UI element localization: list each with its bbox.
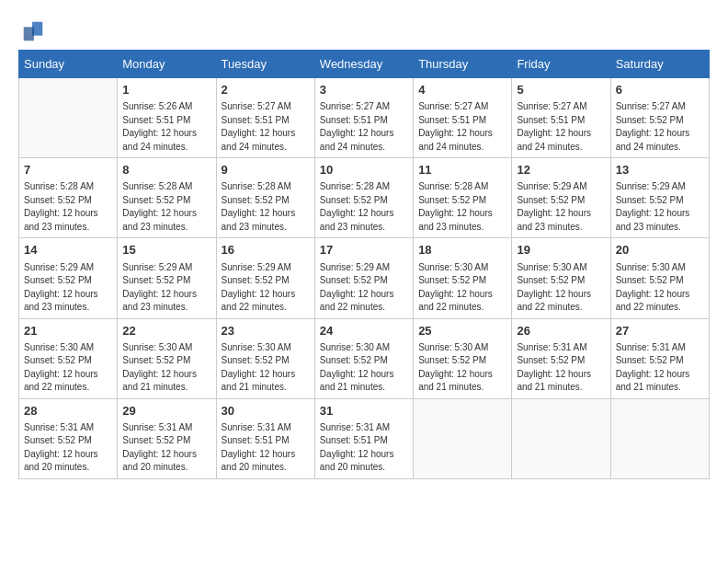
calendar-cell	[610, 398, 709, 478]
day-info: Sunrise: 5:30 AMSunset: 5:52 PMDaylight:…	[517, 261, 605, 315]
day-info: Sunrise: 5:28 AMSunset: 5:52 PMDaylight:…	[24, 180, 112, 234]
day-info: Sunrise: 5:29 AMSunset: 5:52 PMDaylight:…	[24, 261, 112, 315]
day-info: Sunrise: 5:27 AMSunset: 5:52 PMDaylight:…	[616, 100, 704, 154]
day-number: 14	[24, 242, 112, 259]
day-number: 24	[320, 323, 408, 339]
day-number: 22	[122, 323, 210, 339]
calendar-header-row: SundayMondayTuesdayWednesdayThursdayFrid…	[19, 51, 710, 78]
calendar-cell: 11Sunrise: 5:28 AMSunset: 5:52 PMDayligh…	[414, 158, 512, 238]
day-number: 6	[616, 82, 704, 98]
day-number: 18	[418, 242, 506, 259]
day-info: Sunrise: 5:28 AMSunset: 5:52 PMDaylight:…	[418, 180, 506, 234]
calendar-cell: 30Sunrise: 5:31 AMSunset: 5:51 PMDayligh…	[216, 398, 314, 478]
calendar-cell: 24Sunrise: 5:30 AMSunset: 5:52 PMDayligh…	[314, 318, 413, 398]
logo	[18, 18, 46, 44]
day-info: Sunrise: 5:31 AMSunset: 5:52 PMDaylight:…	[24, 421, 112, 475]
calendar-week-row: 28Sunrise: 5:31 AMSunset: 5:52 PMDayligh…	[19, 398, 710, 478]
day-info: Sunrise: 5:31 AMSunset: 5:52 PMDaylight:…	[517, 341, 605, 395]
day-info: Sunrise: 5:27 AMSunset: 5:51 PMDaylight:…	[222, 100, 310, 154]
day-info: Sunrise: 5:30 AMSunset: 5:52 PMDaylight:…	[122, 341, 210, 395]
day-number: 13	[616, 162, 704, 178]
day-info: Sunrise: 5:27 AMSunset: 5:51 PMDaylight:…	[517, 100, 605, 154]
day-number: 29	[122, 403, 210, 419]
day-number: 30	[222, 403, 310, 419]
calendar-cell: 20Sunrise: 5:30 AMSunset: 5:52 PMDayligh…	[610, 238, 709, 318]
day-info: Sunrise: 5:29 AMSunset: 5:52 PMDaylight:…	[122, 261, 210, 315]
day-info: Sunrise: 5:29 AMSunset: 5:52 PMDaylight:…	[616, 180, 704, 234]
day-number: 11	[418, 162, 506, 178]
day-number: 7	[24, 162, 112, 178]
day-info: Sunrise: 5:31 AMSunset: 5:52 PMDaylight:…	[122, 421, 210, 475]
day-number: 10	[320, 162, 408, 178]
calendar-cell: 8Sunrise: 5:28 AMSunset: 5:52 PMDaylight…	[118, 158, 216, 238]
day-number: 21	[24, 323, 112, 339]
day-info: Sunrise: 5:30 AMSunset: 5:52 PMDaylight:…	[616, 261, 704, 315]
header-friday: Friday	[512, 51, 610, 78]
calendar-cell: 12Sunrise: 5:29 AMSunset: 5:52 PMDayligh…	[512, 158, 610, 238]
day-info: Sunrise: 5:28 AMSunset: 5:52 PMDaylight:…	[122, 180, 210, 234]
calendar-cell: 17Sunrise: 5:29 AMSunset: 5:52 PMDayligh…	[314, 238, 413, 318]
calendar-cell: 31Sunrise: 5:31 AMSunset: 5:51 PMDayligh…	[314, 398, 413, 478]
header-thursday: Thursday	[414, 51, 512, 78]
calendar-cell: 21Sunrise: 5:30 AMSunset: 5:52 PMDayligh…	[19, 318, 118, 398]
calendar-cell: 29Sunrise: 5:31 AMSunset: 5:52 PMDayligh…	[118, 398, 216, 478]
day-number: 12	[517, 162, 605, 178]
day-number: 5	[517, 82, 605, 98]
calendar-cell: 16Sunrise: 5:29 AMSunset: 5:52 PMDayligh…	[216, 238, 314, 318]
calendar-week-row: 21Sunrise: 5:30 AMSunset: 5:52 PMDayligh…	[19, 318, 710, 398]
day-info: Sunrise: 5:31 AMSunset: 5:52 PMDaylight:…	[616, 341, 704, 395]
day-number: 20	[616, 242, 704, 259]
calendar-table: SundayMondayTuesdayWednesdayThursdayFrid…	[18, 50, 710, 479]
day-number: 23	[222, 323, 310, 339]
day-info: Sunrise: 5:29 AMSunset: 5:52 PMDaylight:…	[320, 261, 408, 315]
calendar-cell: 26Sunrise: 5:31 AMSunset: 5:52 PMDayligh…	[512, 318, 610, 398]
day-info: Sunrise: 5:30 AMSunset: 5:52 PMDaylight:…	[222, 341, 310, 395]
calendar-cell: 15Sunrise: 5:29 AMSunset: 5:52 PMDayligh…	[118, 238, 216, 318]
header	[18, 15, 710, 44]
calendar-cell	[19, 78, 118, 158]
calendar-cell: 22Sunrise: 5:30 AMSunset: 5:52 PMDayligh…	[118, 318, 216, 398]
calendar-cell: 7Sunrise: 5:28 AMSunset: 5:52 PMDaylight…	[19, 158, 118, 238]
day-number: 31	[320, 403, 408, 419]
day-info: Sunrise: 5:30 AMSunset: 5:52 PMDaylight:…	[418, 261, 506, 315]
calendar-cell: 27Sunrise: 5:31 AMSunset: 5:52 PMDayligh…	[610, 318, 709, 398]
logo-icon	[20, 18, 46, 44]
day-number: 16	[222, 242, 310, 259]
day-info: Sunrise: 5:31 AMSunset: 5:51 PMDaylight:…	[320, 421, 408, 475]
day-info: Sunrise: 5:29 AMSunset: 5:52 PMDaylight:…	[517, 180, 605, 234]
day-info: Sunrise: 5:27 AMSunset: 5:51 PMDaylight:…	[320, 100, 408, 154]
header-sunday: Sunday	[19, 51, 118, 78]
calendar-cell: 9Sunrise: 5:28 AMSunset: 5:52 PMDaylight…	[216, 158, 314, 238]
day-info: Sunrise: 5:27 AMSunset: 5:51 PMDaylight:…	[418, 100, 506, 154]
day-info: Sunrise: 5:30 AMSunset: 5:52 PMDaylight:…	[418, 341, 506, 395]
calendar-week-row: 14Sunrise: 5:29 AMSunset: 5:52 PMDayligh…	[19, 238, 710, 318]
day-number: 25	[418, 323, 506, 339]
header-saturday: Saturday	[610, 51, 709, 78]
day-number: 8	[122, 162, 210, 178]
day-info: Sunrise: 5:28 AMSunset: 5:52 PMDaylight:…	[222, 180, 310, 234]
day-number: 9	[222, 162, 310, 178]
calendar-week-row: 7Sunrise: 5:28 AMSunset: 5:52 PMDaylight…	[19, 158, 710, 238]
header-wednesday: Wednesday	[314, 51, 413, 78]
day-number: 2	[222, 82, 310, 98]
day-number: 4	[418, 82, 506, 98]
calendar-cell: 19Sunrise: 5:30 AMSunset: 5:52 PMDayligh…	[512, 238, 610, 318]
day-info: Sunrise: 5:26 AMSunset: 5:51 PMDaylight:…	[122, 100, 210, 154]
calendar-week-row: 1Sunrise: 5:26 AMSunset: 5:51 PMDaylight…	[19, 78, 710, 158]
day-number: 1	[122, 82, 210, 98]
calendar-cell: 18Sunrise: 5:30 AMSunset: 5:52 PMDayligh…	[414, 238, 512, 318]
day-number: 19	[517, 242, 605, 259]
header-tuesday: Tuesday	[216, 51, 314, 78]
calendar-cell: 23Sunrise: 5:30 AMSunset: 5:52 PMDayligh…	[216, 318, 314, 398]
svg-marker-1	[24, 27, 34, 40]
day-info: Sunrise: 5:28 AMSunset: 5:52 PMDaylight:…	[320, 180, 408, 234]
day-number: 17	[320, 242, 408, 259]
day-info: Sunrise: 5:29 AMSunset: 5:52 PMDaylight:…	[222, 261, 310, 315]
calendar-cell: 5Sunrise: 5:27 AMSunset: 5:51 PMDaylight…	[512, 78, 610, 158]
day-number: 15	[122, 242, 210, 259]
header-monday: Monday	[118, 51, 216, 78]
calendar-cell: 13Sunrise: 5:29 AMSunset: 5:52 PMDayligh…	[610, 158, 709, 238]
calendar-cell: 1Sunrise: 5:26 AMSunset: 5:51 PMDaylight…	[118, 78, 216, 158]
day-number: 27	[616, 323, 704, 339]
calendar-cell: 4Sunrise: 5:27 AMSunset: 5:51 PMDaylight…	[414, 78, 512, 158]
